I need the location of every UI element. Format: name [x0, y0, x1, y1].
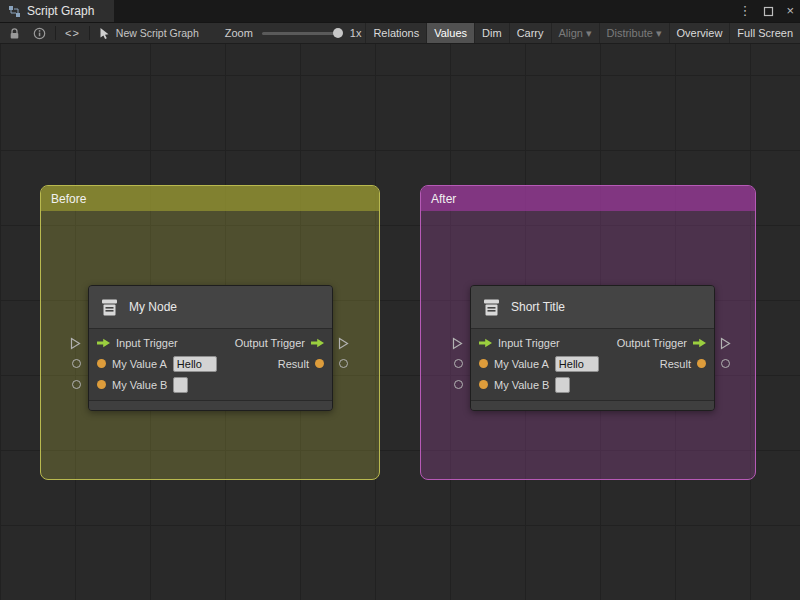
chevron-down-icon: ▾ [586, 27, 592, 40]
button-label: Full Screen [737, 27, 793, 39]
port-label: Output Trigger [235, 337, 305, 349]
flow-in-icon [97, 338, 110, 348]
node-header[interactable]: My Node [89, 286, 332, 329]
button-label: Distribute [607, 27, 653, 39]
align-dropdown[interactable]: Align ▾ [551, 23, 599, 43]
external-value-port-icon[interactable] [454, 380, 463, 389]
external-flow-port-icon[interactable] [452, 336, 463, 354]
node-header[interactable]: Short Title [471, 286, 714, 329]
group-after-header[interactable]: After [421, 186, 755, 211]
button-label: Relations [373, 27, 419, 39]
node-footer [89, 400, 332, 410]
value-port-icon [97, 359, 106, 368]
port-label: My Value A [494, 358, 549, 370]
value-b-port[interactable]: My Value B [97, 377, 188, 393]
toolbar-separator [55, 26, 56, 40]
port-label: My Value B [112, 379, 167, 391]
node-body: Input Trigger Output Trigger My Value A … [471, 329, 714, 400]
external-value-port-icon[interactable] [454, 359, 463, 368]
port-label: My Value B [494, 379, 549, 391]
graph-canvas[interactable]: Before After My Node [0, 44, 800, 600]
port-label: Input Trigger [116, 337, 178, 349]
value-a-port[interactable]: My Value A [97, 356, 217, 372]
dim-button[interactable]: Dim [474, 23, 509, 43]
value-port-icon [97, 380, 106, 389]
port-row: Input Trigger Output Trigger [471, 332, 714, 353]
relations-button[interactable]: Relations [365, 23, 426, 43]
graph-toolbar: <> New Script Graph Zoom 1x Relations Va… [0, 22, 800, 44]
value-b-input[interactable] [555, 377, 570, 393]
distribute-dropdown[interactable]: Distribute ▾ [599, 23, 669, 43]
info-icon[interactable] [33, 27, 46, 40]
value-b-port[interactable]: My Value B [479, 377, 570, 393]
node-title: My Node [129, 300, 177, 314]
external-value-port-icon[interactable] [72, 359, 81, 368]
value-port-icon [697, 359, 706, 368]
port-label: My Value A [112, 358, 167, 370]
output-trigger-port[interactable]: Output Trigger [617, 337, 706, 349]
value-a-port[interactable]: My Value A [479, 356, 599, 372]
zoom-label: Zoom [225, 27, 253, 39]
button-label: Carry [517, 27, 544, 39]
fullscreen-button[interactable]: Full Screen [729, 23, 800, 43]
button-label: Dim [482, 27, 502, 39]
group-title: After [431, 192, 456, 206]
button-label: Overview [677, 27, 723, 39]
overview-button[interactable]: Overview [669, 23, 730, 43]
unit-icon [99, 297, 120, 318]
value-port-icon [479, 380, 488, 389]
group-before-header[interactable]: Before [41, 186, 379, 211]
flow-out-icon [693, 338, 706, 348]
port-label: Result [278, 358, 309, 370]
button-label: Values [434, 27, 467, 39]
port-row: My Value A Result [89, 353, 332, 374]
lock-icon[interactable] [8, 27, 21, 40]
toolbar-buttons: Relations Values Dim Carry Align ▾ Distr… [365, 23, 800, 43]
port-label: Result [660, 358, 691, 370]
close-icon[interactable]: × [786, 0, 794, 22]
external-flow-port-icon[interactable] [720, 336, 731, 354]
value-a-input[interactable] [555, 356, 599, 372]
graph-breadcrumb[interactable]: New Script Graph [116, 27, 199, 39]
maximize-icon[interactable] [763, 6, 774, 17]
code-icon[interactable]: <> [65, 27, 80, 39]
external-value-port-icon[interactable] [72, 380, 81, 389]
port-row: My Value B [89, 374, 332, 395]
zoom-slider-knob[interactable] [333, 28, 343, 38]
result-port[interactable]: Result [278, 358, 324, 370]
external-value-port-icon[interactable] [721, 359, 730, 368]
port-row: My Value A Result [471, 353, 714, 374]
button-label: Align [559, 27, 583, 39]
pointer-icon [99, 27, 111, 40]
value-port-icon [315, 359, 324, 368]
input-trigger-port[interactable]: Input Trigger [479, 337, 560, 349]
external-flow-port-icon[interactable] [70, 336, 81, 354]
value-a-input[interactable] [173, 356, 217, 372]
tab-script-graph[interactable]: Script Graph [0, 0, 114, 22]
toolbar-separator [89, 26, 90, 40]
result-port[interactable]: Result [660, 358, 706, 370]
external-flow-port-icon[interactable] [338, 336, 349, 354]
node-short-title[interactable]: Short Title Input Trigger Output Trigger [470, 285, 715, 411]
value-b-input[interactable] [173, 377, 188, 393]
menu-icon[interactable]: ⋮ [738, 0, 751, 22]
carry-button[interactable]: Carry [509, 23, 551, 43]
output-trigger-port[interactable]: Output Trigger [235, 337, 324, 349]
input-trigger-port[interactable]: Input Trigger [97, 337, 178, 349]
node-my-node[interactable]: My Node Input Trigger Output Trigger [88, 285, 333, 411]
title-bar: Script Graph ⋮ × [0, 0, 800, 22]
port-label: Output Trigger [617, 337, 687, 349]
external-value-port-icon[interactable] [339, 359, 348, 368]
script-graph-icon [8, 5, 21, 18]
zoom-slider[interactable] [262, 32, 340, 35]
values-button[interactable]: Values [426, 23, 474, 43]
group-title: Before [51, 192, 86, 206]
node-title: Short Title [511, 300, 565, 314]
chevron-down-icon: ▾ [656, 27, 662, 40]
port-row: My Value B [471, 374, 714, 395]
unit-icon [481, 297, 502, 318]
zoom-value: 1x [350, 27, 362, 39]
node-body: Input Trigger Output Trigger My Value A … [89, 329, 332, 400]
window-controls: ⋮ × [738, 0, 794, 22]
node-footer [471, 400, 714, 410]
